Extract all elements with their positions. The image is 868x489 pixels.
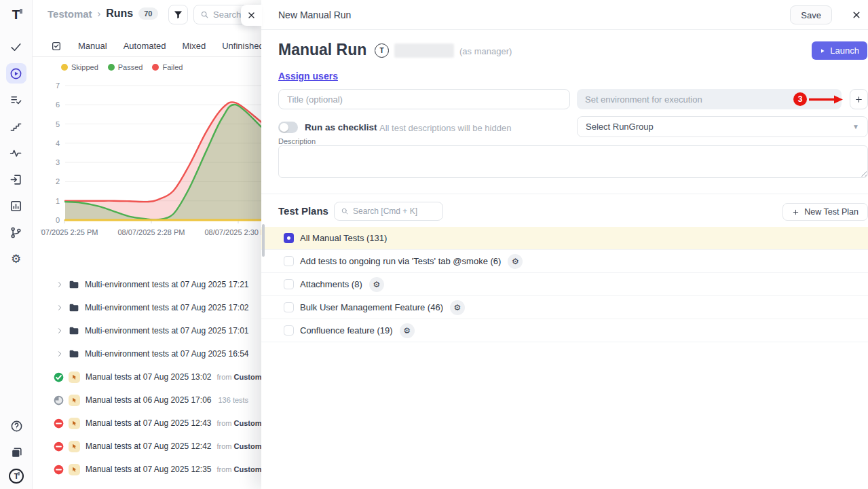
tab-unfinished[interactable]: Unfinished [222,41,261,51]
legend-item-failed[interactable]: Failed [152,63,183,71]
manual-run-icon [69,395,80,406]
run-title-input[interactable] [278,89,570,109]
sidebar-item-pulse-icon[interactable] [6,143,26,163]
legend-item-passed[interactable]: Passed [108,63,143,71]
sidebar-item-projects-icon[interactable] [6,442,26,463]
sidebar-item-import-icon[interactable] [6,169,26,189]
breadcrumb-separator: › [98,8,101,19]
run-folder-row[interactable]: Multi-environment tests at 07 Aug 2025 1… [33,342,261,365]
select-all-icon[interactable] [51,41,62,52]
plan-label: Bulk User Management Feature (46) [300,302,443,312]
run-source: from Custom [216,419,261,427]
run-folder-row[interactable]: Multi-environment tests at 07 Aug 2025 1… [33,319,261,342]
plan-settings-gear-icon[interactable]: ⚙ [450,300,465,315]
as-manager-label: (as manager) [459,46,512,56]
test-plan-row[interactable]: All Manual Tests (131) [261,227,868,250]
x-tick-label: 08/07/2025 2:28 PM [114,228,189,236]
chevron-down-icon: ▼ [852,123,859,130]
sidebar-item-help-icon[interactable] [6,416,26,436]
breadcrumb-app[interactable]: Testomat [48,8,92,20]
assign-users-link[interactable]: Assign users [278,71,338,82]
annotation-arrow-icon [808,95,844,104]
plus-icon [854,95,863,104]
run-row[interactable]: Manual tests at 07 Aug 2025 13:02from Cu… [33,365,261,388]
status-failed-icon [54,465,64,475]
profile-avatar[interactable]: T [9,469,24,484]
plan-checkbox[interactable] [284,233,294,243]
plan-settings-gear-icon[interactable]: ⚙ [369,277,384,292]
run-as-checklist-toggle[interactable] [278,122,298,133]
sidebar-item-steps-icon[interactable] [6,116,26,137]
chevron-right-icon[interactable] [56,327,64,335]
play-icon [820,48,825,54]
breadcrumb-page[interactable]: Runs [106,7,133,20]
svg-text:0: 0 [56,216,60,224]
new-test-plan-button[interactable]: New Test Plan [782,203,868,221]
runs-list: Multi-environment tests at 07 Aug 2025 1… [33,273,261,481]
run-source: from Custom [216,442,261,450]
run-row[interactable]: Manual tests at 07 Aug 2025 12:35from Cu… [33,458,261,481]
rungroup-select[interactable]: Select RunGroup ▼ [577,116,868,137]
chevron-right-icon[interactable] [56,350,64,358]
run-label: Manual tests at 06 Aug 2025 17:06 [86,395,211,405]
manager-name-redacted [394,43,454,58]
manager-avatar: T [375,43,389,58]
test-plan-row[interactable]: Add tests to ongoing run via 'Tests' tab… [261,250,868,273]
add-environment-button[interactable] [850,89,868,109]
folder-icon [69,348,79,359]
run-row[interactable]: Manual tests at 06 Aug 2025 17:06136 tes… [33,388,261,412]
run-label: Manual tests at 07 Aug 2025 12:35 [86,465,211,474]
drawer-edge-close-button[interactable] [241,5,262,26]
app-logo-letter: T [12,7,20,22]
x-tick-label: 08/07/2025 2:25 PM [41,228,102,236]
filter-button[interactable] [168,5,188,24]
test-plans-search-input[interactable] [353,206,433,216]
sidebar-item-settings-gear-icon[interactable]: ⚙ [6,249,26,269]
search-icon [341,207,349,215]
run-folder-row[interactable]: Multi-environment tests at 07 Aug 2025 1… [33,296,261,319]
launch-button[interactable]: Launch [812,41,867,60]
scrollbar-thumb[interactable] [262,224,265,257]
plan-settings-gear-icon[interactable]: ⚙ [508,254,523,269]
checklist-hint: All test descriptions will be hidden [379,123,511,133]
plan-checkbox[interactable] [284,256,294,266]
test-plan-row[interactable]: Confluence feature (19)⚙ [261,319,868,342]
tab-automated[interactable]: Automated [124,41,166,51]
manual-run-icon [69,418,80,429]
description-textarea[interactable] [278,145,868,178]
chevron-right-icon[interactable] [56,304,64,312]
sidebar-item-tasks-check-icon[interactable] [6,37,26,57]
sidebar-item-report-icon[interactable] [6,196,26,216]
run-row[interactable]: Manual tests at 07 Aug 2025 12:42from Cu… [33,435,261,458]
sidebar-item-branch-icon[interactable] [6,222,26,242]
sidebar-item-runs-play-icon[interactable] [6,63,26,84]
run-row[interactable]: Manual tests at 07 Aug 2025 12:43from Cu… [33,412,261,435]
plan-checkbox[interactable] [284,325,294,336]
manual-run-icon [69,441,80,452]
status-in-progress-icon [54,395,64,405]
run-label: Multi-environment tests at 07 Aug 2025 1… [85,303,248,312]
drawer-close-button[interactable] [850,9,863,21]
tab-manual[interactable]: Manual [78,41,107,51]
chevron-right-icon[interactable] [56,280,64,289]
page-title: Manual Run [278,41,366,59]
new-manual-run-drawer: New Manual Run Save Manual Run T (as man… [261,0,868,489]
svg-text:2: 2 [56,177,60,185]
status-failed-icon [54,418,64,429]
app-logo[interactable]: T [0,0,32,30]
plus-icon [792,209,799,216]
plan-checkbox[interactable] [284,279,294,289]
test-plans-list: All Manual Tests (131)Add tests to ongoi… [261,227,868,342]
tab-mixed[interactable]: Mixed [183,41,206,51]
run-folder-row[interactable]: Multi-environment tests at 07 Aug 2025 1… [33,273,261,296]
section-divider [261,194,868,194]
test-plan-row[interactable]: Attachments (8)⚙ [261,273,868,296]
test-plan-row[interactable]: Bulk User Management Feature (46)⚙ [261,296,868,319]
save-button[interactable]: Save [790,5,832,24]
plan-checkbox[interactable] [284,302,294,312]
legend-item-skipped[interactable]: Skipped [61,63,98,71]
sidebar-item-test-list-icon[interactable] [6,90,26,110]
plan-label: Add tests to ongoing run via 'Tests' tab… [300,256,501,266]
plan-settings-gear-icon[interactable]: ⚙ [400,323,415,338]
test-plans-search[interactable] [334,202,443,221]
